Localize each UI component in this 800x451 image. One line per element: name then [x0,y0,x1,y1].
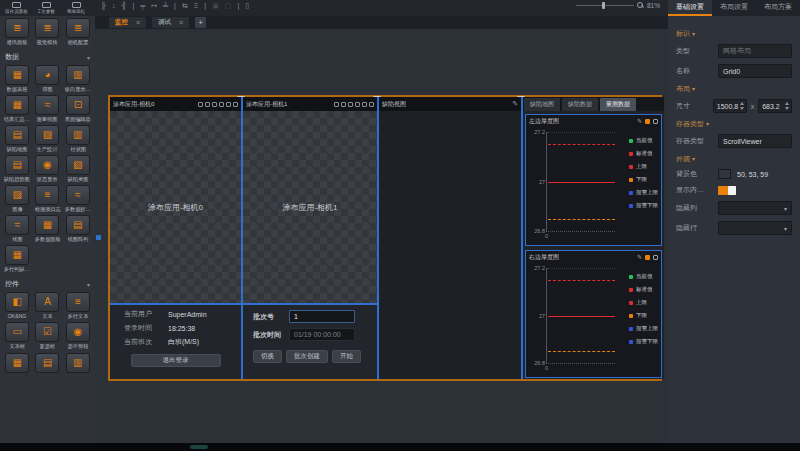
toolbox-tile[interactable]: ▥ 纵向显示… [64,65,92,93]
toolbox-tile[interactable]: ≡ 多行文本 [64,292,92,320]
camera-icon[interactable] [348,102,353,107]
data-tab[interactable]: 缺陷地图 [524,98,560,111]
toolbox-tile[interactable]: ▦ 多数据面板 [33,215,61,243]
toolbox-tile[interactable]: ≈ 测量线图 [33,95,61,123]
quick-button[interactable]: 操作员面板 [3,1,29,14]
fullscreen-icon[interactable] [198,102,203,107]
row-splitter[interactable] [110,303,377,305]
quick-button[interactable]: 工艺参数 [33,1,59,14]
fullscreen-icon[interactable] [334,102,339,107]
toolbox-tile[interactable]: ▤ [33,353,61,373]
camera-icon[interactable] [212,102,217,107]
toolbox-tile[interactable]: ≣ 相机配置 [64,18,92,46]
tab-menu-icon[interactable]: ≡ [179,19,183,26]
distribute-down-icon[interactable]: ↓ [112,1,116,11]
separator[interactable]: | [174,1,176,11]
inspector-tab[interactable]: 基础设置 [668,0,712,16]
taskbar-item[interactable] [190,445,208,449]
delete-icon[interactable] [653,119,658,124]
separator[interactable]: | [132,1,134,11]
toolbox-tile[interactable]: ▦ 多行列缺… [3,245,31,273]
toolbox-tile[interactable]: ◧ OK&NG [3,292,31,320]
color-swatch[interactable] [718,169,731,179]
toolbox-tile[interactable]: ⊡ 界面编辑器 [64,95,92,123]
toolbox-tile[interactable]: ▦ 结果汇总… [3,95,31,123]
width-stepper[interactable]: 1500.8 [713,99,747,113]
delete-icon[interactable] [233,102,238,107]
section-header-controls[interactable]: 控件 ▾ [3,276,92,292]
separator[interactable]: | [204,1,206,11]
batch-action-button[interactable]: 批次创建 [286,350,328,363]
measure-icon[interactable] [226,102,231,107]
group-icon[interactable]: ▣ [212,1,219,11]
canvas-handle[interactable] [96,235,101,240]
delete-icon[interactable]: ▯ [245,1,249,11]
swap-icon[interactable]: ⇆ [182,1,188,11]
data-tab[interactable]: 缺陷数据 [562,98,598,111]
toolbox-tile[interactable]: ◕ 饼图 [33,65,61,93]
align-top-icon[interactable]: ╤ [140,1,145,11]
measure-icon[interactable] [362,102,367,107]
section-appearance[interactable]: 外观 ▾ [676,154,792,164]
delete-icon[interactable] [369,102,374,107]
container-type-field[interactable]: ScrollViewer [718,134,792,148]
move-right-icon[interactable]: ↦ [151,1,157,11]
fit-icon[interactable] [205,102,210,107]
distribute-vertical-icon[interactable]: Ξ [194,1,199,11]
toolbox-tile[interactable]: ▦ [3,353,31,373]
document-tab[interactable]: 调试 ≡ [152,17,189,28]
section-layout[interactable]: 布局 ▾ [676,84,792,94]
toolbox-tile[interactable]: ◉ 选中按钮 [64,322,92,350]
chart-right-thickness[interactable]: 右边厚度图 ✎ 27.2 27 26.8 0 [525,250,662,378]
edit-icon[interactable]: ✎ [512,100,518,108]
batch-action-button[interactable]: 开始 [332,350,361,363]
toolbox-tile[interactable]: ▤ 缺陷地图 [3,125,31,153]
fit-icon[interactable] [341,102,346,107]
align-bottom-icon[interactable]: ╧ [163,1,168,11]
toolbox-tile[interactable]: ▥ 柱状图 [64,125,92,153]
toolbox-tile[interactable]: ▤ 线图阵列 [64,215,92,243]
edit-icon[interactable]: ✎ [637,118,642,124]
section-container[interactable]: 容器类型 ▾ [676,119,792,129]
lock-icon[interactable] [355,102,360,107]
toolbox-tile[interactable]: ◉ 状态显示 [33,155,61,183]
logout-button[interactable]: 退出登录 [131,354,221,367]
toolbox-tile[interactable]: ▤ 缺陷趋势图 [3,155,31,183]
hidden-rows-select[interactable]: ▾ [718,221,792,235]
section-identity[interactable]: 标识 ▾ [676,29,792,39]
lock-icon[interactable] [219,102,224,107]
stepper-arrows[interactable] [785,102,789,110]
toolbox-tile[interactable]: ☑ 复选框 [33,322,61,350]
inspector-tab[interactable]: 布局方案 [756,0,800,16]
align-right-icon[interactable]: ╢ [121,1,126,11]
grid0-surface[interactable]: 涂布应用-相机0 涂布应用-相机0 当前用户 SuperAdmin [108,95,662,381]
separator[interactable]: | [237,1,239,11]
quick-button[interactable]: 视觉流程 [63,1,89,14]
toolbox-tile[interactable]: ▨ 生产统计 [33,125,61,153]
document-tab[interactable]: 监控 ≡ [109,17,146,28]
display-toggle[interactable] [718,186,736,195]
data-tab[interactable]: 量测数据 [600,98,636,111]
toolbox-tile[interactable]: ≈ 多数据折… [64,185,92,213]
zoom-slider-handle[interactable] [602,2,605,9]
tab-menu-icon[interactable]: ≡ [136,19,140,26]
toolbox-tile[interactable]: ≣ 通讯面板 [3,18,31,46]
toolbox-tile[interactable]: ≣ 视觉模块 [33,18,61,46]
hidden-columns-select[interactable]: ▾ [718,201,792,215]
delete-icon[interactable] [653,255,658,260]
height-stepper[interactable]: 683.2 [758,99,792,113]
chart-left-thickness[interactable]: 左边厚度图 ✎ 27.2 27 26.8 0 [525,114,662,246]
toolbox-tile[interactable]: ▨ 图像 [3,185,31,213]
align-left-icon[interactable]: ╟ [101,1,106,11]
refresh-icon[interactable] [645,119,650,124]
edit-icon[interactable]: ✎ [637,254,642,260]
toolbox-tile[interactable]: ▥ [64,353,92,373]
design-canvas[interactable]: 涂布应用-相机0 涂布应用-相机0 当前用户 SuperAdmin [95,29,668,443]
toolbox-tile[interactable]: ▧ 缺陷类图 [64,155,92,183]
batch-field-input[interactable]: 1 [289,310,355,323]
refresh-icon[interactable] [645,255,650,260]
zoom-slider[interactable] [576,1,634,10]
batch-action-button[interactable]: 切换 [253,350,282,363]
section-header-data[interactable]: 数据 ▾ [3,49,92,65]
add-tab-button[interactable]: + [195,17,206,28]
